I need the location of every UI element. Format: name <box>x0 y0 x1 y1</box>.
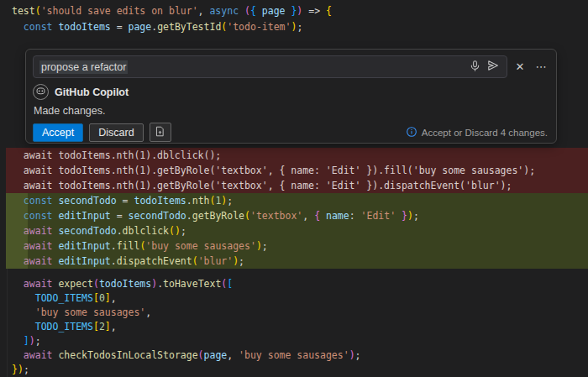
code-line-added[interactable]: await editInput.fill('buy some sausages'… <box>6 238 588 254</box>
provider-row: GitHub Copilot <box>33 84 549 100</box>
inline-chat-widget: propose a refactor <box>25 49 557 144</box>
code-line[interactable]: 'buy some sausages', <box>0 306 588 320</box>
more-actions-button[interactable]: ⋯ <box>533 58 549 76</box>
code-block-bottom: await expect(todoItems).toHaveText([ TOD… <box>0 277 588 377</box>
chat-input-row: propose a refactor <box>33 55 549 78</box>
voice-input-button[interactable] <box>465 58 484 76</box>
status-text: Accept or Discard 4 changes. <box>422 128 548 138</box>
inline-diff-block: await todoItems.nth(1).dblclick(); await… <box>0 148 588 269</box>
ellipsis-icon: ⋯ <box>536 60 547 73</box>
provider-name: GitHub Copilot <box>55 86 129 98</box>
file-arrow-up-icon <box>155 126 165 139</box>
toggle-changes-button[interactable] <box>150 123 171 142</box>
close-button[interactable]: ✕ <box>512 58 528 76</box>
chat-input[interactable]: propose a refactor <box>33 55 507 78</box>
chat-response-message: Made changes. <box>34 105 549 117</box>
code-line-removed[interactable]: await todoItems.nth(1).dblclick(); <box>6 148 588 163</box>
mic-icon <box>469 60 481 75</box>
code-line-added[interactable]: const secondTodo = todoItems.nth(1); <box>6 193 588 208</box>
close-icon: ✕ <box>516 60 525 73</box>
vscode-editor: test('should save edits on blur', async … <box>0 0 588 377</box>
accept-button[interactable]: Accept <box>33 123 83 142</box>
status-message: Accept or Discard 4 changes. <box>406 126 549 139</box>
copilot-goggles-icon <box>35 85 46 100</box>
chat-footer: Accept Discard <box>33 123 549 142</box>
discard-button[interactable]: Discard <box>89 123 143 142</box>
code-line-removed[interactable]: await todoItems.nth(1).getByRole('textbo… <box>6 163 588 178</box>
code-line[interactable]: await expect(todoItems).toHaveText([ <box>0 277 588 291</box>
code-line[interactable]: await checkTodosInLocalStorage(page, 'bu… <box>0 348 588 363</box>
code-line-added[interactable]: const editInput = secondTodo.getByRole('… <box>6 208 588 223</box>
info-icon <box>406 126 417 139</box>
code-line[interactable]: TODO_ITEMS[2], <box>0 320 588 334</box>
code-line[interactable]: ]); <box>0 334 588 348</box>
copilot-avatar <box>33 84 49 100</box>
code-line[interactable]: }); <box>0 363 588 377</box>
code-line[interactable]: TODO_ITEMS[0], <box>0 291 588 306</box>
code-line[interactable]: test('should save edits on blur', async … <box>0 3 588 19</box>
send-button[interactable] <box>484 58 502 76</box>
code-line-added[interactable]: await secondTodo.dblclick(); <box>6 223 588 238</box>
code-line-removed[interactable]: await todoItems.nth(1).getByRole('textbo… <box>6 178 588 193</box>
code-block-top: test('should save edits on blur', async … <box>0 3 588 35</box>
chat-input-value: propose a refactor <box>39 60 128 74</box>
code-line-added[interactable]: await editInput.dispatchEvent('blur'); <box>6 254 588 269</box>
send-icon <box>486 59 500 75</box>
code-line[interactable]: const todoItems = page.getByTestId('todo… <box>0 19 588 35</box>
